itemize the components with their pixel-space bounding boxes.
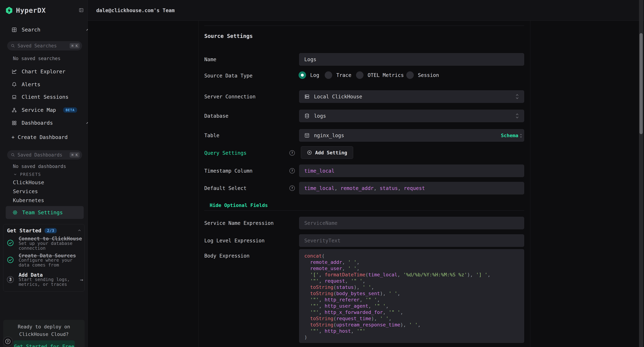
search-section-icon [12,27,17,32]
sidebar-item-label: Service Map [22,107,56,113]
team-settings-label: Team Settings [22,210,63,216]
gear-icon [12,210,18,215]
get-started-header[interactable]: Get Started 2/3 [7,228,57,234]
step-description: Configure where your data comes from [18,258,74,268]
database-icon [304,113,310,118]
default-select-value: time_local, remote_addr, status, request [304,185,425,191]
scrollbar-track[interactable] [639,0,643,347]
scrollbar-thumb[interactable] [640,33,643,134]
log-level-expression-label: Log Level Expression [204,238,264,244]
beta-badge: BETA [63,107,77,113]
sidebar-item-dashboards[interactable]: Dashboards [12,119,53,127]
saved-dashboards-placeholder: Saved Dashboards [18,152,67,158]
help-circle-icon[interactable]: ? [290,150,295,156]
sidebar-item-client-sessions[interactable]: Client Sessions [12,93,68,101]
help-circle-icon[interactable]: ? [290,168,295,174]
dashboards-icon [12,120,17,126]
chevron-down-icon [13,172,17,176]
service-map-icon [12,107,17,113]
database-label: Database [204,113,228,119]
sidebar-item-team-settings[interactable]: Team Settings [6,206,84,219]
add-setting-label: Add Setting [315,150,347,156]
search-icon [11,153,15,157]
help-button[interactable]: ? [3,337,13,346]
preset-clickhouse[interactable]: ClickHouse [13,180,44,186]
radio-icon[interactable] [406,71,414,79]
check-circle-icon [7,256,14,264]
get-started-free-button[interactable]: Get Started for Free [14,340,75,347]
sidebar-item-label: Dashboards [22,120,53,126]
service-name-expression-label: Service Name Expression [204,220,274,226]
step-description: Set up your database connection [18,241,74,250]
timestamp-column-input[interactable]: time_local [299,164,524,177]
step-description: Start sending logs, metrics, or traces [18,277,74,287]
sidebar-item-label: Alerts [22,82,40,88]
radio-selected-icon[interactable] [298,71,306,79]
saved-searches-input[interactable]: Saved Searches ⌘ K [7,41,82,50]
check-circle-icon [7,239,14,246]
logo[interactable]: HyperDX [6,6,46,14]
sidebar-item-label: Client Sessions [22,94,68,100]
sidebar-item-search[interactable]: Search [12,26,40,34]
body-expression-editor[interactable]: concat( remote_addr, ' ', remote_user, '… [299,249,524,343]
server-connection-value: Local ClickHouse [314,94,362,100]
radio-icon[interactable] [356,71,364,79]
create-dashboard-button[interactable]: + Create Dashboard [12,134,68,141]
body-expression-label: Body Expression [204,253,250,259]
saved-dashboards-input[interactable]: Saved Dashboards ⌘ K [7,150,82,160]
select-chevrons-icon [515,113,519,119]
timestamp-column-value: time_local [304,168,334,174]
radio-icon[interactable] [325,71,332,79]
step-number-badge: 3 [7,276,14,283]
source-data-type-label: Source Data Type [204,73,252,79]
name-input[interactable]: Logs [299,53,524,66]
radio-log[interactable]: Log [298,71,319,79]
name-value: Logs [304,56,316,62]
create-dashboard-label: + Create Dashboard [12,134,68,140]
sidebar-item-alerts[interactable]: Alerts [12,81,40,88]
chart-explorer-icon [12,69,17,74]
add-setting-button[interactable]: Add Setting [301,146,353,159]
sidebar-item-service-map[interactable]: Service Map BETA [12,106,77,114]
sidebar-item-label: Search [22,27,40,33]
log-level-expression-input[interactable]: SeverityText [299,234,524,247]
panel-right-border [530,21,530,347]
timestamp-column-label: Timestamp Column [204,168,252,174]
no-saved-searches-text: No saved searches [13,56,60,61]
help-circle-icon[interactable]: ? [290,186,295,191]
saved-searches-placeholder: Saved Searches [18,43,67,48]
table-select[interactable]: nginx_logs [299,129,524,142]
preset-services[interactable]: Services [13,188,38,194]
database-select[interactable]: logs [299,110,524,122]
arrow-right-icon[interactable]: → [80,276,83,283]
sidebar-item-label: Chart Explorer [22,68,65,74]
server-connection-select[interactable]: Local ClickHouse [299,90,524,103]
default-select-label: Default Select [204,185,246,191]
sidebar-collapse-icon[interactable] [79,8,84,12]
presets-label: PRESETS [20,172,41,177]
radio-session[interactable]: Session [406,71,439,79]
hide-optional-fields-link[interactable]: Hide Optional Fields [210,202,268,208]
log-level-placeholder: SeverityText [304,238,340,244]
main-content: Source Settings Name Logs Source Data Ty… [88,21,639,347]
radio-trace[interactable]: Trace [325,71,351,79]
radio-otel-metrics[interactable]: OTEL Metrics [356,71,404,79]
bell-icon [12,82,17,87]
app-name: HyperDX [16,6,46,14]
page-title: Source Settings [204,33,253,39]
hyperdx-app: HyperDX Search Saved Searches ⌘ K No sav… [0,0,644,347]
panel-left-border [198,21,199,347]
presets-toggle[interactable]: PRESETS [13,172,41,177]
server-icon [304,94,310,99]
default-select-input[interactable]: time_local, remote_addr, status, request [299,182,524,194]
preset-kubernetes[interactable]: Kubernetes [13,197,44,203]
table-label: Table [204,132,219,138]
service-name-placeholder: ServiceName [304,220,338,226]
chevron-up-icon[interactable] [77,228,82,232]
schema-link[interactable]: Schema [501,133,518,138]
laptop-icon [12,94,17,100]
plus-circle-icon [307,150,312,155]
sidebar-item-chart-explorer[interactable]: Chart Explorer [12,68,65,75]
service-name-expression-input[interactable]: ServiceName [299,217,524,229]
shortcut-badge: ⌘ K [70,43,80,48]
